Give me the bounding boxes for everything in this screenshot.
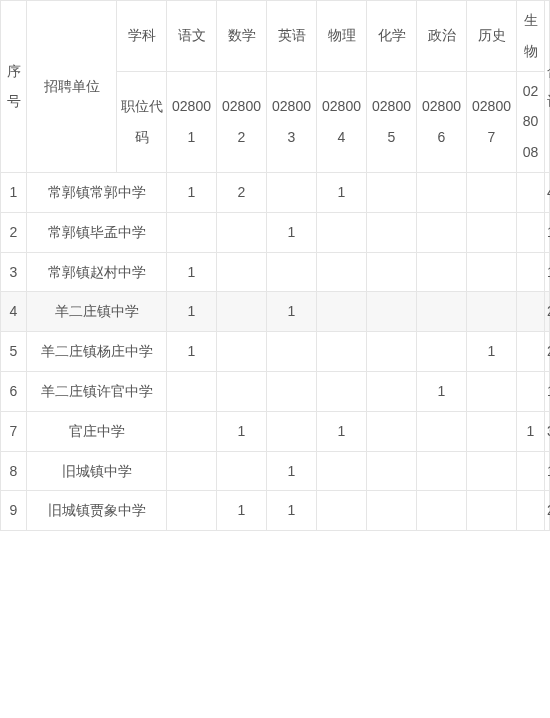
cell-value <box>267 172 317 212</box>
col-seq: 序号 <box>1 1 27 173</box>
cell-value <box>217 371 267 411</box>
cell-value <box>467 371 517 411</box>
cell-value <box>367 451 417 491</box>
cell-value: 1 <box>217 491 267 531</box>
cell-total: 2 <box>545 292 550 332</box>
col-code-label: 职位代码 <box>117 71 167 172</box>
cell-unit: 旧城镇中学 <box>27 451 167 491</box>
cell-value <box>317 332 367 372</box>
cell-value: 1 <box>417 371 467 411</box>
table-row: 8旧城镇中学11 <box>1 451 550 491</box>
cell-value <box>217 332 267 372</box>
cell-unit: 官庄中学 <box>27 411 167 451</box>
cell-seq: 6 <box>1 371 27 411</box>
col-total: 合计 <box>545 1 550 173</box>
cell-value <box>267 332 317 372</box>
cell-value: 1 <box>467 332 517 372</box>
cell-value <box>367 172 417 212</box>
cell-value <box>367 371 417 411</box>
cell-value <box>267 411 317 451</box>
cell-value <box>467 451 517 491</box>
cell-value <box>517 252 545 292</box>
table-row: 5羊二庄镇杨庄中学112 <box>1 332 550 372</box>
cell-value <box>267 371 317 411</box>
col-code: 028002 <box>217 71 267 172</box>
cell-value: 1 <box>167 332 217 372</box>
table-body: 1常郭镇常郭中学12142常郭镇毕孟中学113常郭镇赵村中学114羊二庄镇中学1… <box>1 172 550 530</box>
cell-value <box>517 212 545 252</box>
cell-seq: 1 <box>1 172 27 212</box>
cell-value: 2 <box>217 172 267 212</box>
cell-value <box>367 491 417 531</box>
table-row: 2常郭镇毕孟中学11 <box>1 212 550 252</box>
cell-value <box>467 212 517 252</box>
col-code: 028003 <box>267 71 317 172</box>
table-row: 7官庄中学1113 <box>1 411 550 451</box>
cell-value: 1 <box>167 292 217 332</box>
cell-total: 1 <box>545 451 550 491</box>
cell-unit: 旧城镇贾象中学 <box>27 491 167 531</box>
col-subject: 历史 <box>467 1 517 72</box>
cell-value <box>217 292 267 332</box>
cell-value <box>167 212 217 252</box>
cell-seq: 7 <box>1 411 27 451</box>
col-subject: 英语 <box>267 1 317 72</box>
col-code: 028008 <box>517 71 545 172</box>
cell-unit: 常郭镇赵村中学 <box>27 252 167 292</box>
col-code: 028001 <box>167 71 217 172</box>
cell-seq: 9 <box>1 491 27 531</box>
cell-total: 4 <box>545 172 550 212</box>
cell-value <box>417 292 467 332</box>
cell-seq: 8 <box>1 451 27 491</box>
cell-unit: 羊二庄镇中学 <box>27 292 167 332</box>
cell-value: 1 <box>317 172 367 212</box>
cell-seq: 4 <box>1 292 27 332</box>
cell-total: 1 <box>545 212 550 252</box>
cell-value <box>417 451 467 491</box>
cell-value: 1 <box>167 172 217 212</box>
cell-value: 1 <box>267 491 317 531</box>
cell-value <box>167 491 217 531</box>
cell-value <box>167 371 217 411</box>
cell-value <box>417 252 467 292</box>
cell-seq: 3 <box>1 252 27 292</box>
cell-value <box>217 451 267 491</box>
cell-value: 1 <box>267 451 317 491</box>
cell-unit: 羊二庄镇杨庄中学 <box>27 332 167 372</box>
col-code: 028005 <box>367 71 417 172</box>
cell-value <box>167 451 217 491</box>
cell-seq: 2 <box>1 212 27 252</box>
cell-value <box>467 172 517 212</box>
cell-value <box>317 212 367 252</box>
col-subject-label: 学科 <box>117 1 167 72</box>
cell-total: 3 <box>545 411 550 451</box>
cell-value <box>367 332 417 372</box>
cell-value <box>417 411 467 451</box>
cell-value <box>167 411 217 451</box>
cell-value <box>467 411 517 451</box>
recruitment-table: 序号 招聘单位 学科 语文 数学 英语 物理 化学 政治 历史 生物 合计 职位… <box>0 0 550 531</box>
table-row: 4羊二庄镇中学112 <box>1 292 550 332</box>
cell-value <box>517 451 545 491</box>
col-subject: 数学 <box>217 1 267 72</box>
cell-value <box>367 212 417 252</box>
table-row: 6羊二庄镇许官中学11 <box>1 371 550 411</box>
cell-value <box>417 172 467 212</box>
cell-value: 1 <box>217 411 267 451</box>
cell-value <box>467 292 517 332</box>
cell-unit: 羊二庄镇许官中学 <box>27 371 167 411</box>
cell-value <box>417 491 467 531</box>
cell-value <box>317 252 367 292</box>
table-row: 3常郭镇赵村中学11 <box>1 252 550 292</box>
cell-value <box>317 451 367 491</box>
cell-value: 1 <box>167 252 217 292</box>
cell-total: 1 <box>545 252 550 292</box>
cell-value <box>317 292 367 332</box>
col-subject: 生物 <box>517 1 545 72</box>
cell-value <box>467 252 517 292</box>
cell-value: 1 <box>517 411 545 451</box>
cell-value <box>317 491 367 531</box>
cell-value <box>217 212 267 252</box>
cell-value <box>417 332 467 372</box>
cell-value <box>217 252 267 292</box>
